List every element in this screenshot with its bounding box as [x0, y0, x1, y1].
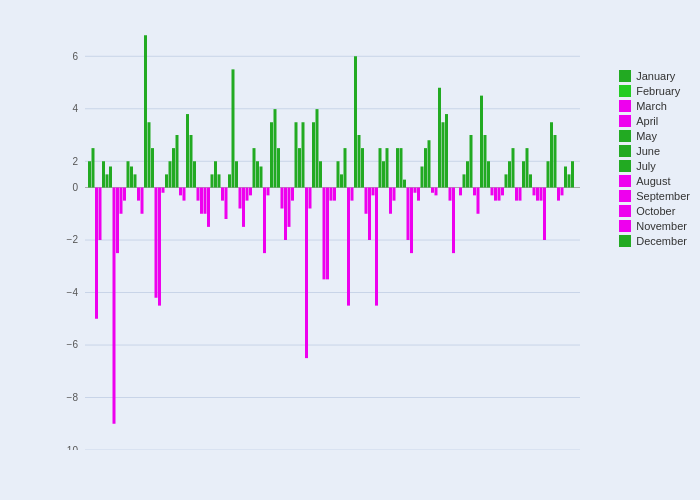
legend-label-february: February: [636, 85, 680, 97]
legend-color-november: [619, 220, 631, 232]
svg-rect-26: [92, 148, 95, 187]
svg-rect-162: [571, 161, 574, 187]
legend-color-june: [619, 145, 631, 157]
svg-rect-147: [519, 188, 522, 201]
svg-text:0: 0: [72, 182, 78, 193]
svg-rect-58: [204, 188, 207, 214]
svg-rect-109: [382, 161, 385, 187]
svg-rect-79: [277, 148, 280, 187]
svg-rect-59: [207, 188, 210, 227]
svg-rect-136: [480, 96, 483, 188]
legend-color-september: [619, 190, 631, 202]
legend-item-march: March: [619, 100, 690, 112]
svg-rect-86: [302, 122, 305, 187]
svg-rect-126: [442, 122, 445, 187]
svg-rect-81: [284, 188, 287, 241]
svg-rect-97: [340, 174, 343, 187]
svg-rect-56: [197, 188, 200, 201]
svg-rect-71: [249, 188, 252, 196]
svg-rect-108: [379, 148, 382, 187]
svg-rect-66: [232, 69, 235, 187]
svg-rect-156: [550, 122, 553, 187]
svg-rect-37: [130, 167, 133, 188]
svg-rect-99: [347, 188, 350, 306]
svg-rect-137: [484, 135, 487, 188]
svg-rect-131: [463, 174, 466, 187]
svg-rect-151: [533, 188, 536, 196]
legend-color-march: [619, 100, 631, 112]
svg-rect-104: [365, 188, 368, 214]
svg-text:2: 2: [72, 156, 78, 167]
svg-rect-51: [179, 188, 182, 196]
svg-rect-57: [200, 188, 203, 214]
legend-color-december: [619, 235, 631, 247]
svg-rect-155: [547, 161, 550, 187]
svg-rect-124: [435, 188, 438, 196]
svg-rect-123: [431, 188, 434, 193]
svg-rect-53: [186, 114, 189, 187]
svg-rect-25: [88, 161, 91, 187]
svg-rect-94: [330, 188, 333, 201]
svg-text:−6: −6: [67, 339, 79, 350]
svg-rect-40: [141, 188, 144, 214]
svg-rect-39: [137, 188, 140, 201]
svg-rect-149: [526, 148, 529, 187]
svg-rect-116: [407, 188, 410, 241]
svg-rect-36: [127, 161, 130, 187]
svg-rect-68: [239, 188, 242, 209]
legend-item-november: November: [619, 220, 690, 232]
svg-rect-129: [452, 188, 455, 254]
svg-rect-133: [470, 135, 473, 188]
svg-rect-127: [445, 114, 448, 187]
svg-rect-128: [449, 188, 452, 201]
legend-item-february: February: [619, 85, 690, 97]
chart-area: .gridline { stroke: #c8d4e8; stroke-widt…: [50, 30, 580, 450]
svg-rect-54: [190, 135, 193, 188]
svg-rect-63: [221, 188, 224, 201]
svg-rect-159: [561, 188, 564, 196]
svg-rect-100: [351, 188, 354, 201]
svg-rect-160: [564, 167, 567, 188]
legend-label-may: May: [636, 130, 657, 142]
svg-rect-135: [477, 188, 480, 214]
svg-rect-105: [368, 188, 371, 241]
svg-rect-48: [169, 161, 172, 187]
svg-text:4: 4: [72, 103, 78, 114]
svg-rect-103: [361, 148, 364, 187]
svg-rect-55: [193, 161, 196, 187]
legend-label-december: December: [636, 235, 687, 247]
svg-rect-90: [316, 109, 319, 187]
svg-rect-70: [246, 188, 249, 201]
svg-rect-73: [256, 161, 259, 187]
legend-item-july: July: [619, 160, 690, 172]
svg-rect-161: [568, 174, 571, 187]
svg-rect-145: [512, 148, 515, 187]
svg-rect-77: [270, 122, 273, 187]
svg-rect-60: [211, 174, 214, 187]
legend-color-may: [619, 130, 631, 142]
svg-rect-42: [148, 122, 151, 187]
legend-item-august: August: [619, 175, 690, 187]
svg-rect-31: [109, 167, 112, 188]
svg-rect-107: [375, 188, 378, 306]
svg-rect-78: [274, 109, 277, 187]
svg-rect-35: [123, 188, 126, 201]
legend-item-january: January: [619, 70, 690, 82]
svg-rect-80: [281, 188, 284, 209]
svg-rect-106: [372, 188, 375, 196]
svg-rect-33: [116, 188, 119, 254]
svg-rect-117: [410, 188, 413, 254]
legend-color-october: [619, 205, 631, 217]
legend-label-march: March: [636, 100, 667, 112]
svg-rect-141: [498, 188, 501, 201]
svg-rect-41: [144, 35, 147, 187]
svg-rect-32: [113, 188, 116, 424]
svg-rect-154: [543, 188, 546, 241]
svg-rect-114: [400, 148, 403, 187]
svg-rect-67: [235, 161, 238, 187]
legend-color-august: [619, 175, 631, 187]
legend-item-may: May: [619, 130, 690, 142]
svg-rect-30: [106, 174, 109, 187]
svg-rect-139: [491, 188, 494, 196]
svg-rect-82: [288, 188, 291, 227]
